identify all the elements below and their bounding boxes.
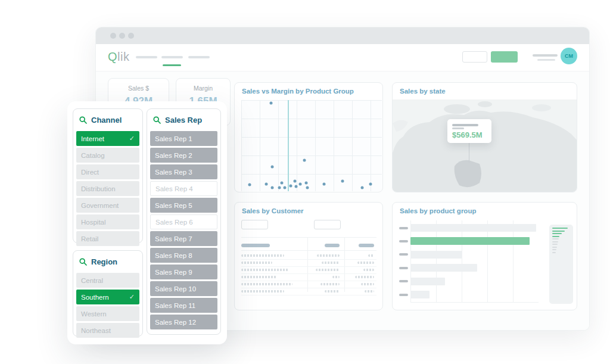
filter-value-sales-rep-7[interactable]: Sales Rep 7: [150, 231, 217, 246]
scatter-point[interactable]: [265, 182, 268, 185]
filter-value-sales-rep-9[interactable]: Sales Rep 9: [150, 265, 217, 279]
table-cell-placeholder: [241, 262, 272, 264]
filter-value-southern[interactable]: Southern✓: [76, 290, 139, 304]
nav-item-placeholder[interactable]: [188, 56, 210, 58]
filter-value-northeast[interactable]: Northeast: [76, 323, 139, 338]
filter-value-distribution[interactable]: Distribution: [76, 181, 139, 196]
scatter-point[interactable]: [304, 182, 307, 185]
filter-value-label: Internet: [81, 135, 104, 142]
map-canvas[interactable]: [393, 99, 577, 192]
scatter-point[interactable]: [295, 185, 298, 188]
table-cell-placeholder: [368, 254, 374, 257]
chart-title: Sales by Customer: [242, 207, 304, 214]
secondary-button[interactable]: [462, 51, 487, 63]
nav-item-placeholder-active[interactable]: [161, 56, 183, 58]
table-filter-chip[interactable]: [314, 220, 341, 229]
bar-highlighted[interactable]: [410, 237, 530, 245]
row-divider: [241, 266, 376, 267]
bar[interactable]: [410, 291, 430, 298]
legend-line-green: [552, 233, 562, 234]
filter-value-sales-rep-6[interactable]: Sales Rep 6: [150, 214, 217, 229]
filter-value-sales-rep-5[interactable]: Sales Rep 5: [150, 198, 217, 213]
tooltip-pointer-line: [469, 143, 469, 163]
filter-items: Internet✓CatalogDirectDistributionGovern…: [76, 131, 139, 248]
scatter-point[interactable]: [306, 186, 309, 189]
window-dot-icon[interactable]: [119, 33, 125, 39]
filter-value-sales-rep-8[interactable]: Sales Rep 8: [150, 248, 217, 263]
filter-value-sales-rep-2[interactable]: Sales Rep 2: [150, 148, 217, 163]
kpi-label: Margin: [176, 85, 230, 92]
filter-value-sales-rep-4[interactable]: Sales Rep 4: [150, 181, 217, 196]
scatter-point[interactable]: [341, 180, 344, 183]
scatter-point[interactable]: [269, 101, 272, 104]
filter-value-label: Northeast: [81, 327, 111, 334]
scatter-point[interactable]: [303, 158, 306, 161]
primary-button[interactable]: [491, 51, 518, 63]
scatter-point[interactable]: [278, 186, 281, 189]
bar-category-placeholder: [399, 253, 408, 256]
filter-value-sales-rep-11[interactable]: Sales Rep 11: [150, 298, 217, 313]
bar-category-placeholder: [399, 280, 408, 282]
filter-panel-sales-rep: Sales Rep Sales Rep 1Sales Rep 2Sales Re…: [147, 108, 221, 335]
filter-value-label: Direct: [81, 169, 99, 176]
filter-items: CentralSouthern✓WesternNortheast: [76, 273, 139, 340]
nav-item-placeholder[interactable]: [136, 56, 157, 58]
bar[interactable]: [410, 264, 477, 272]
scatter-point[interactable]: [270, 186, 273, 189]
tooltip-sublabel-placeholder: [452, 127, 464, 129]
table-filter-chip[interactable]: [241, 220, 268, 229]
product-bar-plot[interactable]: [410, 220, 539, 303]
bar[interactable]: [410, 224, 536, 232]
search-icon: [79, 258, 87, 266]
filter-value-label: Sales Rep 8: [155, 252, 192, 259]
filter-panel-header: Region: [73, 251, 142, 272]
filter-value-label: Sales Rep 5: [155, 202, 192, 209]
bar[interactable]: [410, 278, 445, 285]
scatter-point[interactable]: [293, 180, 296, 183]
filter-value-retail[interactable]: Retail: [76, 231, 139, 246]
chart-legend-panel[interactable]: [549, 225, 573, 304]
filter-value-catalog[interactable]: Catalog: [76, 148, 139, 163]
bar[interactable]: [410, 251, 462, 259]
filter-value-sales-rep-1[interactable]: Sales Rep 1: [150, 131, 217, 146]
scatter-point[interactable]: [299, 182, 302, 185]
filter-items: Sales Rep 1Sales Rep 2Sales Rep 3Sales R…: [150, 131, 217, 331]
scatter-point[interactable]: [360, 186, 363, 189]
scatter-point[interactable]: [248, 183, 251, 186]
legend-line-gray: [552, 238, 559, 239]
chart-title: Sales by product group: [400, 207, 476, 214]
filter-value-direct[interactable]: Direct: [76, 164, 139, 179]
table-cell-placeholder: [325, 290, 340, 293]
row-divider: [241, 295, 376, 295]
scatter-point[interactable]: [369, 182, 372, 185]
scatter-plot[interactable]: [241, 100, 382, 191]
page: Qlik CM Sales $ 4.92M Margin 1.65M Sales…: [0, 0, 610, 364]
avatar[interactable]: CM: [561, 48, 577, 64]
filter-value-label: Sales Rep 12: [155, 319, 196, 326]
filter-panel-title: Region: [91, 257, 117, 266]
user-name-placeholder: [533, 54, 558, 57]
scatter-point[interactable]: [270, 165, 273, 168]
filter-value-central[interactable]: Central: [76, 273, 139, 288]
scatter-point[interactable]: [289, 184, 292, 187]
filter-value-label: Sales Rep 7: [155, 235, 192, 242]
scatter-point[interactable]: [281, 182, 284, 185]
check-icon: ✓: [129, 135, 135, 142]
scatter-point[interactable]: [323, 182, 326, 185]
user-subtitle-placeholder: [537, 59, 555, 61]
window-dot-icon[interactable]: [128, 33, 134, 39]
table-cell-placeholder: [363, 269, 374, 271]
qlik-logo-q: Q: [108, 50, 117, 63]
filter-value-western[interactable]: Western: [76, 306, 139, 321]
table-divider: [241, 250, 376, 251]
filter-value-sales-rep-12[interactable]: Sales Rep 12: [150, 315, 217, 329]
filter-value-internet[interactable]: Internet✓: [76, 131, 139, 146]
table-cell-placeholder: [320, 283, 340, 285]
window-dot-icon[interactable]: [110, 33, 116, 39]
filter-value-hospital[interactable]: Hospital: [76, 214, 139, 229]
filter-value-sales-rep-3[interactable]: Sales Rep 3: [150, 164, 217, 179]
filter-value-sales-rep-10[interactable]: Sales Rep 10: [150, 281, 217, 296]
table-header-placeholder: [241, 244, 270, 247]
scatter-point[interactable]: [284, 186, 287, 189]
filter-value-government[interactable]: Government: [76, 198, 139, 213]
